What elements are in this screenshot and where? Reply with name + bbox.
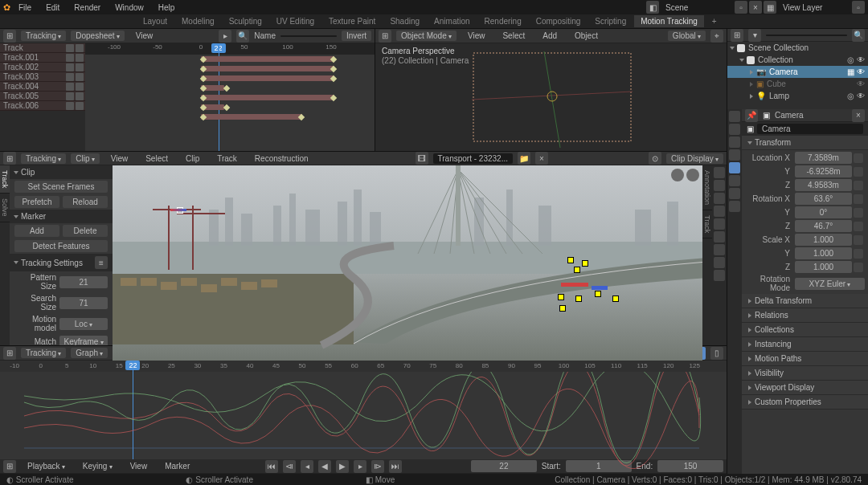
vp-view[interactable]: View: [461, 30, 492, 42]
scene-field[interactable]: Scene: [661, 2, 733, 13]
clip-recon[interactable]: Reconstruction: [248, 153, 315, 165]
menu-help[interactable]: Help: [152, 2, 182, 14]
search-size-field[interactable]: 71: [59, 297, 108, 309]
add-marker-button[interactable]: Add: [14, 225, 59, 237]
filter-name-input[interactable]: [280, 35, 337, 37]
prop-section[interactable]: Instancing: [742, 337, 868, 352]
arrow-icon[interactable]: ▸: [219, 30, 231, 43]
pivot-icon[interactable]: ⊙: [649, 152, 661, 165]
outliner-lamp[interactable]: 💡Lamp◎ 👁: [727, 90, 868, 102]
editor-type-icon[interactable]: ⊞: [379, 30, 391, 43]
menu-file[interactable]: File: [12, 2, 38, 14]
rot-y-field[interactable]: 0°: [795, 206, 852, 218]
prop-section[interactable]: Custom Properties: [742, 395, 868, 410]
track-row[interactable]: Track.002: [0, 63, 85, 72]
tab-annotation[interactable]: Annotation: [702, 165, 712, 210]
outliner-cube[interactable]: ▣Cube👁: [727, 78, 868, 90]
ws-scripting[interactable]: Scripting: [588, 15, 633, 27]
ws-texpaint[interactable]: Texture Paint: [322, 15, 382, 27]
filter-icon[interactable]: 🔍: [852, 29, 865, 42]
menu-edit[interactable]: Edit: [39, 2, 66, 14]
ws-tracking[interactable]: Motion Tracking: [634, 15, 704, 27]
clip-canvas[interactable]: [113, 165, 702, 375]
detect-features-button[interactable]: Detect Features: [14, 240, 108, 252]
object-mode[interactable]: Object Mode: [396, 31, 457, 41]
lock-icon[interactable]: [854, 181, 863, 190]
tracking-marker-selected[interactable]: [558, 294, 564, 300]
folder-icon[interactable]: 📁: [518, 152, 530, 165]
object-name[interactable]: Camera: [775, 111, 804, 120]
prop-tab-icon[interactable]: [729, 137, 740, 148]
filter-icon[interactable]: 🔍: [236, 30, 249, 43]
loc-z-field[interactable]: 4.9583m: [795, 179, 852, 191]
graph-type[interactable]: Graph: [71, 348, 108, 358]
outliner-scene-collection[interactable]: Scene Collection: [727, 42, 868, 54]
tool-icon[interactable]: [714, 257, 725, 268]
marker-section[interactable]: Marker: [10, 210, 113, 223]
transform-section[interactable]: Transform: [742, 136, 868, 150]
ws-animation[interactable]: Animation: [428, 15, 476, 27]
lock-icon[interactable]: [854, 194, 863, 204]
track-row[interactable]: Track.005: [0, 92, 85, 101]
track-row[interactable]: Track: [0, 43, 85, 53]
editor-type-icon[interactable]: ⊞: [731, 29, 743, 42]
tracking-settings-section[interactable]: Tracking Settings≡: [10, 254, 113, 271]
dopesheet-view[interactable]: View: [129, 30, 160, 42]
ws-modeling[interactable]: Modeling: [175, 15, 221, 27]
snap-icon[interactable]: ⌖: [710, 30, 723, 43]
lock-icon[interactable]: [854, 153, 863, 163]
tracking-marker-selected[interactable]: [582, 260, 588, 267]
clip-view[interactable]: View: [104, 153, 135, 165]
tracking-marker-selected[interactable]: [612, 295, 619, 302]
lock-icon[interactable]: [854, 249, 863, 259]
pin-icon[interactable]: 📌: [745, 109, 758, 122]
tracking-marker-selected[interactable]: [595, 291, 601, 297]
vp-select[interactable]: Select: [496, 30, 531, 42]
outliner-collection[interactable]: Collection◎ 👁: [727, 54, 868, 66]
close-icon[interactable]: ×: [535, 152, 548, 165]
filter-icon[interactable]: ▯: [710, 347, 723, 360]
viewlayer-field[interactable]: View Layer: [778, 2, 850, 13]
editor-type-icon[interactable]: ⊞: [3, 30, 16, 43]
clip-mode[interactable]: Tracking: [21, 153, 66, 164]
prop-tab-icon[interactable]: [729, 124, 740, 135]
tool-icon[interactable]: [714, 193, 725, 204]
loc-y-field[interactable]: -6.9258m: [795, 165, 852, 177]
tool-icon[interactable]: [714, 218, 725, 230]
lock-icon[interactable]: [854, 263, 863, 272]
orientation[interactable]: Global: [668, 31, 706, 41]
tool-icon[interactable]: [714, 167, 725, 178]
rot-z-field[interactable]: 46.7°: [795, 220, 852, 232]
lock-icon[interactable]: [854, 208, 863, 218]
graph-canvas[interactable]: 22 -100510152025303540455055606570758085…: [0, 361, 727, 459]
tracking-marker-selected[interactable]: [575, 295, 582, 302]
scale-x-field[interactable]: 1.000: [795, 234, 852, 246]
prop-section[interactable]: Viewport Display: [742, 381, 868, 395]
set-scene-frames-button[interactable]: Set Scene Frames: [14, 181, 108, 193]
prop-section[interactable]: Collections: [742, 323, 868, 337]
ws-rendering[interactable]: Rendering: [478, 15, 528, 27]
clip-track[interactable]: Track: [211, 153, 244, 165]
scale-y-field[interactable]: 1.000: [795, 247, 852, 259]
prop-tab-icon[interactable]: [729, 188, 740, 199]
prop-tab-icon[interactable]: [729, 201, 740, 212]
reload-button[interactable]: Reload: [63, 196, 108, 208]
dopesheet-canvas[interactable]: -100 -50 0 50 100 150 22: [85, 43, 375, 151]
clip-clip[interactable]: Clip: [179, 153, 206, 165]
clip-submode[interactable]: Clip: [71, 153, 99, 164]
prop-section[interactable]: Motion Paths: [742, 352, 868, 366]
camera-view-icon[interactable]: [671, 169, 684, 181]
scene-del-icon[interactable]: ×: [749, 1, 762, 14]
dopesheet-mode[interactable]: Tracking: [21, 31, 66, 41]
prop-tab-icon[interactable]: [729, 149, 740, 161]
lock-icon[interactable]: [854, 222, 863, 231]
prop-section[interactable]: Visibility: [742, 366, 868, 381]
viewport-3d[interactable]: Camera Perspective (22) Collection | Cam…: [375, 43, 727, 151]
editor-type-icon[interactable]: ⊞: [3, 347, 16, 360]
scene-new-icon[interactable]: ▫: [735, 1, 747, 14]
ws-layout[interactable]: Layout: [137, 15, 174, 27]
graph-mode[interactable]: Tracking: [21, 348, 66, 358]
tool-icon[interactable]: [714, 270, 725, 281]
delete-marker-button[interactable]: Delete: [63, 225, 108, 237]
menu-window[interactable]: Window: [108, 2, 150, 14]
